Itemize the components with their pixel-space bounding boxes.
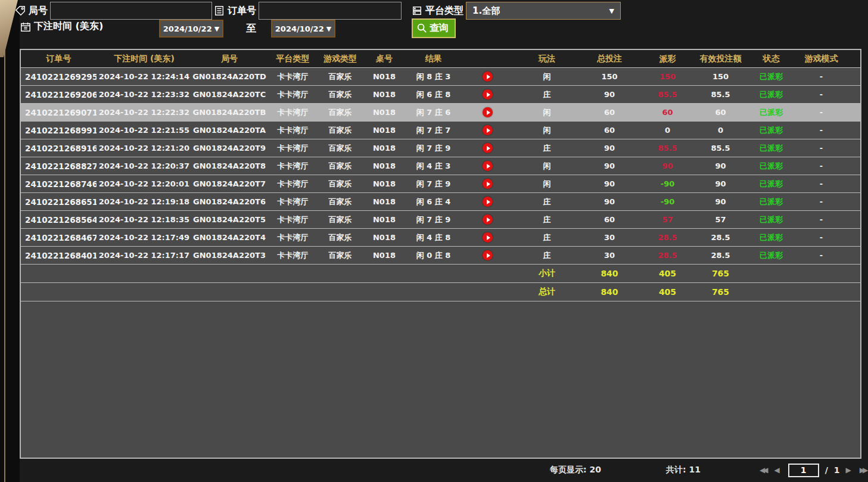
first-page-icon[interactable]: ◀◀ xyxy=(760,466,768,474)
cell-status: 已派彩 xyxy=(746,211,796,228)
date-from-picker[interactable]: 2024/10/22 ▼ xyxy=(159,20,223,38)
search-button[interactable]: 查询 xyxy=(412,18,456,38)
cell-order-no: 241022126846744 xyxy=(21,229,97,246)
table-row[interactable]: 2410221268827462024-10-22 12:20:37GN0182… xyxy=(21,157,860,175)
cell-table-no: N018 xyxy=(362,139,407,157)
cell-game-type: 百家乐 xyxy=(319,139,362,157)
cell-game-type: 百家乐 xyxy=(319,247,362,264)
cell-platform: 卡卡湾厅 xyxy=(267,247,319,264)
cell-valid-bet: 57 xyxy=(695,211,746,228)
table-row[interactable]: 2410221268401012024-10-22 12:17:17GN0182… xyxy=(21,247,860,265)
cell-payout: 60 xyxy=(640,104,695,121)
play-video-icon[interactable] xyxy=(483,89,493,99)
date-to-value: 2024/10/22 xyxy=(275,24,324,33)
cell-bet-type: 闲 xyxy=(515,157,578,175)
play-triangle xyxy=(487,235,490,240)
play-video-icon[interactable] xyxy=(483,214,493,225)
cell-bet-time xyxy=(97,283,192,301)
play-video-icon[interactable] xyxy=(483,71,493,82)
order-list-icon xyxy=(213,5,225,17)
cell-status: 已派彩 xyxy=(746,175,796,192)
play-video-icon[interactable] xyxy=(483,107,493,117)
play-video-icon[interactable] xyxy=(483,161,493,171)
cell-result: 闲 7 庄 9 xyxy=(407,175,460,192)
date-from-value: 2024/10/22 xyxy=(163,24,212,33)
play-video-icon[interactable] xyxy=(483,179,493,189)
next-page-icon[interactable]: ▶ xyxy=(846,466,854,474)
column-header: 总投注 xyxy=(578,50,640,67)
cell-order-no: 241022126891665 xyxy=(21,139,97,157)
play-video-icon[interactable] xyxy=(483,143,493,153)
date-to-picker[interactable]: 2024/10/22 ▼ xyxy=(271,20,335,38)
cell-round-no: GN01824A220T9 xyxy=(192,139,267,157)
cell-play xyxy=(460,211,515,228)
cell-bet-time xyxy=(97,265,192,282)
cell-platform: 卡卡湾厅 xyxy=(267,104,319,121)
play-video-icon[interactable] xyxy=(483,232,493,242)
round-number-input[interactable] xyxy=(50,2,212,20)
cell-status: 已派彩 xyxy=(746,104,796,121)
table-row[interactable]: 2410221268916652024-10-22 12:21:20GN0182… xyxy=(21,139,860,157)
cell-table-no: N018 xyxy=(362,86,407,103)
cell-platform: 卡卡湾厅 xyxy=(267,229,319,246)
cell-game-type: 百家乐 xyxy=(319,193,362,210)
cell-bet-time: 2024-10-22 12:22:32 xyxy=(97,104,192,121)
table-row[interactable]: 2410221269295072024-10-22 12:24:14GN0182… xyxy=(21,68,860,86)
column-header: 下注时间 (美东) xyxy=(97,50,192,67)
table-row[interactable]: 2410221268564642024-10-22 12:18:35GN0182… xyxy=(21,211,860,229)
cell-result: 闲 7 庄 9 xyxy=(407,139,460,157)
cell-game-type xyxy=(319,283,362,301)
cell-table-no: N018 xyxy=(362,211,407,228)
cell-total-bet: 90 xyxy=(578,193,640,210)
previous-page-icon[interactable]: ◀ xyxy=(774,466,782,474)
cell-bet-time: 2024-10-22 12:20:37 xyxy=(97,157,192,175)
table-row[interactable]: 2410221268991062024-10-22 12:21:55GN0182… xyxy=(21,122,860,139)
play-triangle xyxy=(487,217,490,222)
table-row[interactable]: 2410221269071552024-10-22 12:22:32GN0182… xyxy=(21,104,860,122)
cell-platform: 卡卡湾厅 xyxy=(267,175,319,192)
cell-status xyxy=(746,283,796,301)
play-video-icon[interactable] xyxy=(483,125,493,135)
background-left-strip xyxy=(0,0,20,482)
last-page-icon[interactable]: ▶▶ xyxy=(860,466,868,474)
cell-total-bet: 90 xyxy=(578,86,640,103)
table-row[interactable]: 2410221268746132024-10-22 12:20:01GN0182… xyxy=(21,175,860,193)
cell-play xyxy=(460,247,515,264)
cell-result: 闲 6 庄 8 xyxy=(407,86,460,103)
cell-result: 闲 4 庄 3 xyxy=(407,157,460,175)
cell-valid-bet: 150 xyxy=(695,68,746,85)
cell-order-no: 241022126882746 xyxy=(21,157,97,175)
cell-order-no xyxy=(21,283,97,301)
table-row[interactable]: 2410221268651802024-10-22 12:19:18GN0182… xyxy=(21,193,860,211)
cell-round-no: GN01824A220TB xyxy=(192,104,267,121)
cell-play xyxy=(460,122,515,139)
page-number-input[interactable] xyxy=(788,464,819,477)
cell-platform: 卡卡湾厅 xyxy=(267,157,319,175)
cell-valid-bet: 28.5 xyxy=(695,229,746,246)
table-row[interactable]: 2410221269206202024-10-22 12:23:32GN0182… xyxy=(21,86,860,104)
cell-status: 已派彩 xyxy=(746,68,796,85)
cell-bet-type: 庄 xyxy=(515,229,578,246)
cell-result xyxy=(407,283,460,301)
cell-table-no: N018 xyxy=(362,104,407,121)
platform-type-label: 平台类型 xyxy=(425,5,463,17)
cell-table-no: N018 xyxy=(362,229,407,246)
cell-payout: -90 xyxy=(640,193,695,210)
column-header xyxy=(460,50,515,67)
column-header: 平台类型 xyxy=(267,50,319,67)
column-header: 游戏类型 xyxy=(319,50,362,67)
cell-total-bet: 60 xyxy=(578,122,640,139)
play-video-icon[interactable] xyxy=(483,197,493,207)
table-row[interactable]: 2410221268467442024-10-22 12:17:49GN0182… xyxy=(21,229,860,247)
cell-play xyxy=(460,265,515,282)
platform-type-value: 1.全部 xyxy=(472,5,500,17)
platform-type-select[interactable]: 1.全部 ▼ xyxy=(466,2,621,20)
play-triangle xyxy=(487,74,490,79)
play-video-icon[interactable] xyxy=(483,250,493,260)
date-to-label: 至 xyxy=(246,21,256,35)
play-triangle xyxy=(487,110,490,115)
chevron-down-icon: ▼ xyxy=(609,7,614,15)
search-icon xyxy=(416,23,428,34)
order-number-input[interactable] xyxy=(259,2,402,20)
cell-valid-bet: 765 xyxy=(695,283,746,301)
